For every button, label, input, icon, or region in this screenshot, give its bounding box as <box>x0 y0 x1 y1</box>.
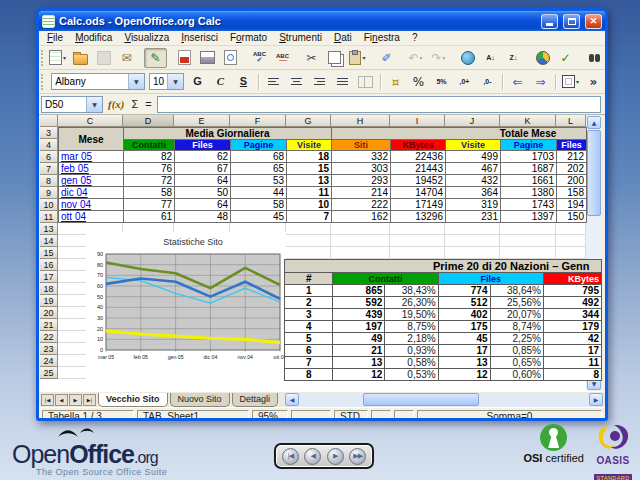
month-link-cell[interactable]: nov 04 <box>59 199 124 211</box>
sum-icon[interactable]: Σ <box>130 98 141 110</box>
value-cell[interactable]: 14704 <box>391 187 446 199</box>
italic-button[interactable]: C <box>209 72 232 92</box>
autospellcheck-icon[interactable]: ABC~~~ <box>271 48 294 68</box>
prime-table-title[interactable]: Prime 20 di 20 Nazioni – Genn <box>285 260 602 273</box>
value-cell[interactable]: 332 <box>332 151 391 163</box>
align-left-icon[interactable] <box>262 72 285 92</box>
value-cell[interactable]: 3 <box>285 309 333 321</box>
value-cell[interactable]: 214 <box>332 187 391 199</box>
row-header-19[interactable]: 19 <box>40 295 58 307</box>
value-cell[interactable]: 67 <box>175 163 231 175</box>
row-header-10[interactable]: 10 <box>40 199 58 211</box>
value-cell[interactable]: 58 <box>231 199 287 211</box>
value-cell[interactable]: 13296 <box>391 211 446 223</box>
value-cell[interactable]: 212 <box>557 151 587 163</box>
align-right-icon[interactable] <box>308 72 331 92</box>
spellcheck-icon[interactable]: ABC✔ <box>248 48 271 68</box>
horizontal-scroll-track[interactable] <box>299 393 589 406</box>
row-header-16[interactable]: 16 <box>40 259 58 271</box>
spreadsheet-area[interactable]: ▲ ▼ CDEFGHIJKL34678910111314151617181920… <box>40 115 602 391</box>
value-cell[interactable]: 26,30% <box>385 297 438 309</box>
month-link-cell[interactable]: gen 05 <box>59 175 124 187</box>
month-link-cell[interactable]: mar 05 <box>59 151 124 163</box>
redo-icon[interactable]: ↷▾ <box>427 48 450 68</box>
value-cell[interactable]: 499 <box>446 151 501 163</box>
horizontal-scrollbar[interactable]: ◀▶ <box>285 393 603 407</box>
menu-item[interactable]: Finestra <box>358 31 406 45</box>
name-box[interactable]: D50 ▼ <box>41 96 103 113</box>
maximize-button[interactable] <box>563 14 580 29</box>
save-icon[interactable] <box>92 48 115 68</box>
value-cell[interactable]: 865 <box>333 285 385 297</box>
prev-sheet-button[interactable]: ◀ <box>55 394 68 406</box>
column-header-K[interactable]: K <box>500 115 556 127</box>
nav-first-button[interactable]: |◀ <box>282 448 299 465</box>
new-document-icon[interactable]: ▾ <box>46 48 69 68</box>
value-cell[interactable]: 72 <box>124 175 175 187</box>
menu-item[interactable]: Inserisci <box>175 31 224 45</box>
row-header-17[interactable]: 17 <box>40 271 58 283</box>
value-cell[interactable]: 58 <box>124 187 175 199</box>
value-cell[interactable]: 8 <box>285 369 333 381</box>
delete-decimal-icon[interactable]: ,0- <box>476 72 499 92</box>
menu-item[interactable]: File <box>41 31 69 45</box>
value-cell[interactable]: 364 <box>446 187 501 199</box>
first-sheet-button[interactable]: |◀ <box>41 394 54 406</box>
column-header-G[interactable]: G <box>286 115 331 127</box>
print-icon[interactable] <box>196 48 219 68</box>
chevron-down-icon[interactable]: ▾ <box>362 54 365 61</box>
value-cell[interactable]: 0,53% <box>385 369 438 381</box>
close-button[interactable]: ✕ <box>585 14 602 29</box>
align-center-icon[interactable] <box>285 72 308 92</box>
value-cell[interactable]: 62 <box>175 151 231 163</box>
value-cell[interactable]: 231 <box>446 211 501 223</box>
standard-format-icon[interactable]: 5% <box>430 72 453 92</box>
value-cell[interactable]: 45 <box>438 333 490 345</box>
row-header-18[interactable]: 18 <box>40 283 58 295</box>
value-cell[interactable]: 1661 <box>501 175 557 187</box>
function-wizard-icon[interactable]: f(x) <box>106 98 127 110</box>
value-cell[interactable]: 11 <box>543 357 601 369</box>
column-header-cell[interactable]: Files <box>175 140 231 151</box>
chevron-down-icon[interactable]: ▾ <box>420 54 423 61</box>
merge-cells-icon[interactable] <box>354 72 377 92</box>
toolbar-more-icon[interactable]: » <box>582 72 605 92</box>
menu-item[interactable]: Modifica <box>69 31 118 45</box>
row-header-7[interactable]: 7 <box>40 163 58 175</box>
value-cell[interactable]: 2 <box>285 297 333 309</box>
index-header-cell[interactable]: # <box>285 273 333 285</box>
value-cell[interactable]: 11 <box>287 187 332 199</box>
decrease-indent-icon[interactable]: ⇐ <box>506 72 529 92</box>
navigator-icon[interactable] <box>606 48 608 68</box>
hyperlink-icon[interactable] <box>456 48 479 68</box>
find-replace-icon[interactable] <box>583 48 606 68</box>
vertical-scroll-thumb[interactable] <box>587 130 601 216</box>
mese-header-cell[interactable]: Mese <box>59 128 124 151</box>
column-header-D[interactable]: D <box>123 115 174 127</box>
borders-icon[interactable]: ▾ <box>559 72 582 92</box>
value-cell[interactable]: 25,56% <box>490 297 543 309</box>
value-cell[interactable]: 1743 <box>501 199 557 211</box>
chart-object[interactable]: Statistiche Sito0102030405060708090mar 0… <box>86 232 286 382</box>
value-cell[interactable]: 53 <box>231 175 287 187</box>
value-cell[interactable]: 1703 <box>501 151 557 163</box>
value-cell[interactable]: 222 <box>332 199 391 211</box>
value-cell[interactable]: 17 <box>543 345 601 357</box>
page-preview-icon[interactable] <box>219 48 242 68</box>
row-header-4[interactable]: 4 <box>40 139 58 151</box>
row-header-15[interactable]: 15 <box>40 247 58 259</box>
value-cell[interactable]: 202 <box>557 163 587 175</box>
paste-icon[interactable]: ▾ <box>346 48 369 68</box>
value-cell[interactable]: 179 <box>543 321 601 333</box>
sort-ascending-icon[interactable]: A↓ <box>479 48 502 68</box>
row-header-14[interactable]: 14 <box>40 235 58 247</box>
group-header-cell[interactable]: Media Giornaliera <box>124 128 332 140</box>
scroll-up-icon[interactable]: ▲ <box>587 116 601 129</box>
value-cell[interactable]: 200 <box>557 175 587 187</box>
value-cell[interactable]: 38,43% <box>385 285 438 297</box>
column-header-H[interactable]: H <box>331 115 390 127</box>
row-header-3[interactable]: 3 <box>40 127 58 139</box>
value-cell[interactable]: 0,60% <box>490 369 543 381</box>
value-cell[interactable]: 49 <box>333 333 385 345</box>
row-header-11[interactable]: 11 <box>40 211 58 223</box>
